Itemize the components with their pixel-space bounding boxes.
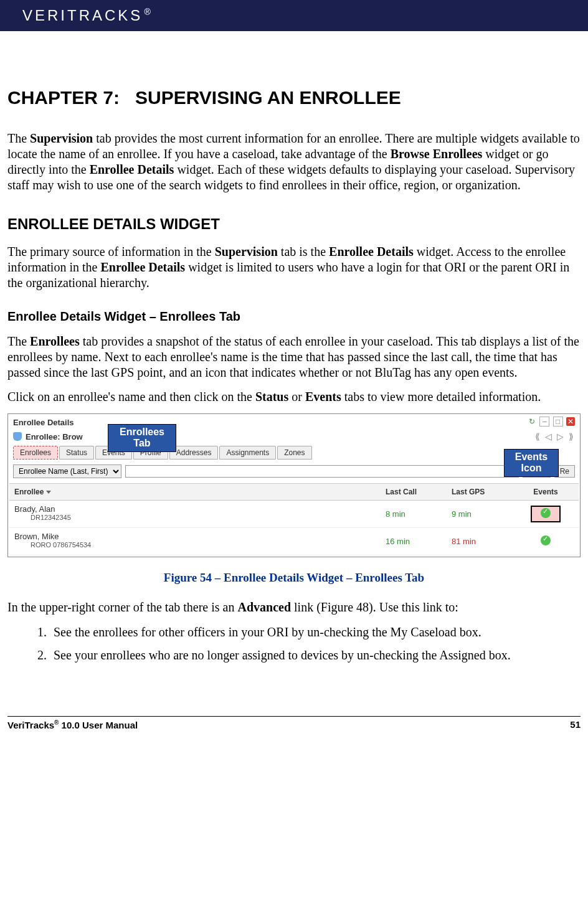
last-call-value: 8 min <box>381 506 447 522</box>
event-ok-icon <box>541 508 551 518</box>
subsection-heading-enrollees-tab: Enrollee Details Widget – Enrollees Tab <box>7 309 581 324</box>
advanced-link-paragraph: In the upper-right corner of the tab the… <box>7 600 581 615</box>
tab-addresses[interactable]: Addresses <box>169 446 219 460</box>
enrollee-id: RORO 0786754534 <box>14 541 376 551</box>
enrollee-subject-label: Enrollee: Brow <box>26 432 83 441</box>
enrollee-details-widget: ↻ – □ ✕ Enrollee Details Enrollee: Brow … <box>7 413 581 557</box>
brand-logo: VERITRACKS® <box>22 7 153 24</box>
registered-mark: ® <box>144 7 153 17</box>
refresh-icon[interactable]: ↻ <box>528 417 536 426</box>
filter-field-select[interactable]: Enrollee Name (Last, First) <box>13 464 121 478</box>
brand-name: VERITRACKS <box>22 7 143 24</box>
widget-title: Enrollee Details <box>9 415 579 430</box>
maximize-icon[interactable]: □ <box>553 417 563 427</box>
chapter-number: CHAPTER 7: <box>7 87 120 108</box>
brand-bar: VERITRACKS® <box>0 0 588 31</box>
footer-left: VeriTracks® 10.0 User Manual <box>7 719 138 730</box>
section-heading-enrollee-details: ENROLLEE DETAILS WIDGET <box>7 215 581 233</box>
tab-assignments[interactable]: Assignments <box>219 446 276 460</box>
page-number: 51 <box>570 719 581 730</box>
col-last-gps[interactable]: Last GPS <box>447 484 513 500</box>
table-header: Enrollee Last Call Last GPS Events <box>9 484 579 501</box>
figure-caption: Figure 54 – Enrollee Details Widget – En… <box>7 571 581 585</box>
advanced-list: See the enrollees for other officers in … <box>7 624 581 664</box>
tab-zones[interactable]: Zones <box>277 446 311 460</box>
widget-tabs: Enrollees Status Events Profile Addresse… <box>9 446 579 460</box>
enrollee-id: DR12342345 <box>14 514 376 524</box>
tab-status[interactable]: Status <box>59 446 94 460</box>
col-events[interactable]: Events <box>513 484 579 500</box>
last-gps-value: 9 min <box>447 506 513 522</box>
widget-window-controls: ↻ – □ ✕ <box>526 417 575 427</box>
tab-enrollees[interactable]: Enrollees <box>13 446 58 460</box>
enrollee-name: Brown, Mike <box>14 532 59 541</box>
section-paragraph-1: The primary source of information in the… <box>7 244 581 291</box>
pagination-icons[interactable]: ⟪ ◁ ▷ ⟫ <box>535 431 575 441</box>
intro-paragraph: The Supervision tab provides the most cu… <box>7 131 581 193</box>
callout-enrollees-tab: Enrollees Tab <box>108 424 176 452</box>
events-highlight <box>531 506 561 522</box>
person-icon <box>13 432 22 441</box>
col-last-call[interactable]: Last Call <box>381 484 447 500</box>
table-row[interactable]: Brady, Alan DR12342345 8 min 9 min <box>9 501 579 528</box>
last-call-value: 16 min <box>381 533 447 550</box>
last-gps-value: 81 min <box>447 533 513 550</box>
list-item: See the enrollees for other officers in … <box>50 624 581 641</box>
chapter-heading: CHAPTER 7: SUPERVISING AN ENROLLEE <box>7 87 581 108</box>
list-item: See your enrollees who are no longer ass… <box>50 647 581 664</box>
chapter-title: SUPERVISING AN ENROLLEE <box>135 87 401 108</box>
subsection-paragraph-1: The Enrollees tab provides a snapshot of… <box>7 334 581 380</box>
sort-icon <box>46 491 51 494</box>
event-ok-icon <box>541 535 551 545</box>
page-footer: VeriTracks® 10.0 User Manual 51 <box>7 716 581 742</box>
filter-row: Enrollee Name (Last, First) Filter Re <box>9 463 579 484</box>
enrollee-name: Brady, Alan <box>14 504 55 514</box>
filter-text-input[interactable] <box>125 465 519 478</box>
subsection-paragraph-2: Click on an enrollee's name and then cli… <box>7 389 581 405</box>
enrollee-subject-row: Enrollee: Brow ⟪ ◁ ▷ ⟫ <box>9 430 579 443</box>
col-enrollee[interactable]: Enrollee <box>9 484 381 500</box>
minimize-icon[interactable]: – <box>539 417 549 427</box>
table-row[interactable]: Brown, Mike RORO 0786754534 16 min 81 mi… <box>9 528 579 555</box>
callout-events-icon: Events Icon <box>504 449 559 477</box>
close-icon[interactable]: ✕ <box>566 417 575 426</box>
